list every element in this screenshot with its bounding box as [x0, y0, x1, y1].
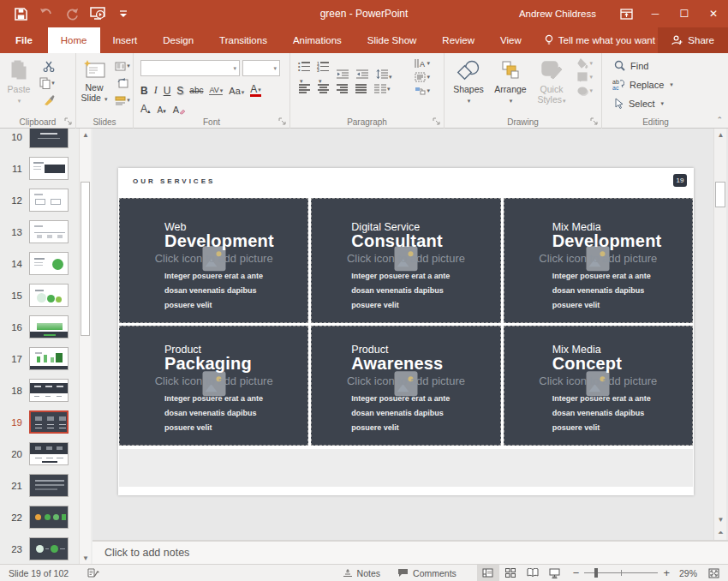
bullets-button[interactable]: •••▾ [299, 62, 310, 87]
scroll-down-icon[interactable]: ▼ [714, 513, 727, 526]
service-panel-mix-media-concept[interactable]: Mix Media Concept Click icon to add pict… [504, 326, 693, 446]
tab-animations[interactable]: Animations [280, 27, 355, 53]
tab-slide-show[interactable]: Slide Show [355, 27, 430, 53]
thumbnail-preview[interactable] [29, 189, 69, 212]
thumbnail-preview[interactable] [29, 220, 69, 243]
minimize-button[interactable]: ─ [641, 0, 670, 27]
service-panel-mix-media-development[interactable]: Mix Media Development Click icon to add … [504, 198, 693, 323]
tab-file[interactable]: File [0, 27, 48, 53]
thumbnail-preview[interactable] [29, 252, 69, 275]
thumb-scroll-down-icon[interactable]: ▼ [80, 552, 92, 564]
justify-button[interactable] [355, 84, 367, 93]
zoom-slider[interactable] [584, 572, 658, 573]
align-center-button[interactable] [318, 84, 329, 93]
shape-outline-button[interactable]: ▾ [577, 72, 593, 82]
start-slideshow-icon[interactable] [89, 6, 106, 21]
align-right-button[interactable] [337, 84, 348, 93]
thumbnail-scrollbar[interactable]: ▲ ▼ [79, 129, 91, 564]
thumbnail-preview[interactable] [29, 347, 69, 370]
slide-thumbnail-14[interactable]: 14 [0, 248, 79, 279]
picture-placeholder-text[interactable]: Click icon to add picture [312, 374, 499, 387]
collapse-ribbon-button[interactable]: ⌃ [716, 116, 723, 124]
thumbnail-preview[interactable] [29, 474, 69, 497]
convert-smartart-button[interactable]: ▾ [415, 86, 430, 96]
service-panel-product-packaging[interactable]: Product Packaging Click icon to add pict… [119, 326, 308, 446]
decrease-font-button[interactable]: A▾ [158, 103, 166, 115]
reading-view-button[interactable] [522, 565, 544, 581]
slide-thumbnail-18[interactable]: 18 [0, 374, 79, 406]
increase-indent-button[interactable] [356, 67, 368, 82]
columns-button[interactable]: ▾ [374, 84, 391, 93]
tab-design[interactable]: Design [150, 27, 206, 53]
canvas-scrollbar-thumb[interactable] [715, 182, 725, 207]
replace-button[interactable]: abac Replace▾ [612, 79, 673, 90]
paste-button[interactable]: Paste▾ [3, 55, 34, 117]
slide-thumbnail-11[interactable]: 11 [0, 153, 79, 184]
picture-placeholder-text[interactable]: Click icon to add picture [504, 374, 692, 387]
font-name-combo[interactable]: ▾ [140, 60, 240, 76]
change-case-button[interactable]: Aa▾ [229, 86, 244, 96]
thumbnail-preview[interactable] [29, 410, 69, 434]
font-dialog-launcher[interactable] [278, 117, 287, 126]
clipboard-dialog-launcher[interactable] [64, 117, 73, 126]
picture-placeholder-text[interactable]: Click icon to add picture [312, 252, 499, 265]
clear-formatting-button[interactable]: A [173, 103, 186, 115]
strikethrough-button[interactable]: abc [189, 86, 203, 95]
spellcheck-icon[interactable] [87, 567, 99, 578]
thumbnail-preview[interactable] [29, 442, 69, 465]
thumbnail-preview[interactable] [29, 157, 69, 180]
redo-icon[interactable] [63, 6, 81, 21]
slideshow-view-button[interactable] [544, 565, 566, 581]
zoom-level[interactable]: 29% [670, 568, 697, 578]
copy-button[interactable]: ▾ [38, 75, 57, 91]
format-painter-button[interactable] [39, 93, 58, 108]
tab-insert[interactable]: Insert [100, 27, 151, 53]
slide-sorter-view-button[interactable] [499, 565, 522, 581]
cut-button[interactable] [39, 58, 58, 74]
arrange-button[interactable]: Arrange▾ [489, 55, 532, 117]
picture-placeholder-text[interactable]: Click icon to add picture [504, 252, 692, 265]
picture-placeholder-text[interactable]: Click icon to add picture [120, 252, 307, 265]
slide-thumbnail-16[interactable]: 16 [0, 311, 79, 343]
shape-fill-button[interactable]: ▾ [577, 58, 593, 69]
normal-view-button[interactable] [477, 565, 499, 581]
slide-thumbnail-19[interactable]: 19 [0, 406, 79, 438]
slide-indicator[interactable]: Slide 19 of 102 [9, 568, 69, 578]
slide-thumbnail-15[interactable]: 15 [0, 279, 79, 311]
find-button[interactable]: Find [614, 60, 648, 71]
user-account[interactable]: Andrew Childress [519, 9, 596, 19]
slide-footer-placeholder[interactable] [119, 449, 693, 487]
zoom-slider-thumb[interactable] [594, 568, 598, 578]
line-spacing-button[interactable]: ▾ [376, 67, 392, 82]
service-panel-web-development[interactable]: Web Development Click icon to add pictur… [119, 198, 308, 323]
paragraph-dialog-launcher[interactable] [433, 117, 441, 126]
thumbnail-preview[interactable] [29, 537, 69, 560]
increase-font-button[interactable]: A▴ [140, 103, 151, 115]
slide-layout-button[interactable]: ▾ [113, 58, 132, 74]
text-shadow-button[interactable]: S [176, 85, 183, 97]
share-button[interactable]: Share [658, 27, 728, 53]
service-panel-digital-service-consultant[interactable]: Digital Service Consultant Click icon to… [311, 198, 500, 323]
notes-placeholder[interactable]: Click to add notes [104, 547, 189, 559]
slide-thumbnail-12[interactable]: 12 [0, 184, 79, 216]
close-button[interactable]: ✕ [699, 0, 728, 27]
shapes-button[interactable]: Shapes▾ [450, 55, 487, 117]
thumbnail-preview[interactable] [29, 129, 69, 148]
notes-pane[interactable]: Click to add notes [92, 540, 728, 564]
customize-qat-icon[interactable] [115, 6, 132, 21]
tab-review[interactable]: Review [429, 27, 487, 53]
numbering-button[interactable]: 123▾ [318, 62, 329, 87]
character-spacing-button[interactable]: AV▾ [209, 86, 223, 95]
undo-icon[interactable] [38, 6, 55, 21]
zoom-out-button[interactable]: − [573, 566, 580, 579]
bold-button[interactable]: B [140, 85, 148, 97]
select-button[interactable]: Select▾ [614, 98, 664, 109]
fit-to-window-button[interactable] [702, 565, 725, 581]
shape-effects-button[interactable]: ▾ [577, 86, 593, 96]
tab-transitions[interactable]: Transitions [206, 27, 280, 53]
quick-styles-button[interactable]: Quick Styles▾ [534, 55, 570, 117]
thumbnail-scrollbar-thumb[interactable] [81, 182, 90, 336]
decrease-indent-button[interactable] [337, 67, 349, 82]
italic-button[interactable]: I [154, 84, 158, 97]
slide-thumbnail-17[interactable]: 17 [0, 343, 79, 374]
